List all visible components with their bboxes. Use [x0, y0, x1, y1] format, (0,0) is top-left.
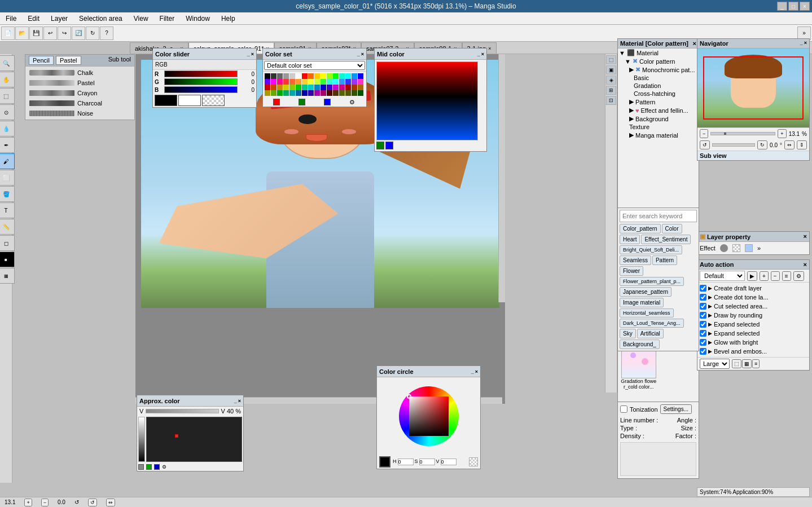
action-run-btn[interactable]: ▶ [747, 271, 757, 281]
color-cell[interactable] [283, 90, 289, 96]
color-cell[interactable] [302, 85, 308, 90]
color-cell[interactable] [358, 85, 363, 90]
color-cell[interactable] [333, 79, 339, 85]
tree-gradation[interactable]: Gradation [618, 82, 699, 90]
color-cell[interactable] [314, 90, 320, 96]
color-circle-minimize[interactable]: _ [471, 369, 474, 374]
background-color[interactable] [178, 95, 201, 106]
color-cell[interactable] [358, 73, 363, 79]
tag-seamless[interactable]: Seamless [620, 255, 651, 265]
tool-fill[interactable]: 🪣 [0, 186, 15, 202]
tree-color-pattern[interactable]: ▼ ✖ Color pattern [618, 57, 699, 65]
color-cell[interactable] [333, 90, 339, 96]
window-controls[interactable]: _ □ × [777, 2, 810, 11]
action-create-draft[interactable]: ▶ Create draft layer [699, 284, 808, 293]
color-cell[interactable] [321, 79, 326, 85]
effect-toggle[interactable] [720, 244, 728, 252]
menu-edit[interactable]: Edit [24, 14, 43, 24]
action-draw-rounding[interactable]: ▶ Draw by rounding [699, 311, 808, 320]
nav-minimize[interactable]: _ [800, 40, 803, 47]
tag-horizontal[interactable]: Horizontal_seamless [620, 308, 674, 318]
brush-pastel[interactable]: Pastel [27, 78, 133, 88]
approx-close[interactable]: × [238, 398, 241, 404]
foreground-color[interactable] [155, 95, 177, 106]
color-cell[interactable] [265, 73, 270, 79]
tree-basic[interactable]: Basic [618, 74, 699, 82]
color-cell[interactable] [327, 85, 332, 90]
action-expand-glow[interactable]: ▶ [708, 340, 712, 345]
color-circle-close[interactable]: × [475, 369, 478, 374]
mid-color-gradient[interactable] [376, 61, 478, 140]
approx-v-slider[interactable] [138, 417, 145, 462]
hue-input[interactable] [398, 458, 414, 465]
auto-action-close[interactable]: × [804, 261, 807, 268]
undo-btn[interactable]: ↩ [43, 27, 57, 40]
tool-lasso[interactable]: ⊙ [0, 104, 15, 120]
color-cell[interactable] [265, 85, 270, 90]
tool-brush[interactable]: 🖌 [0, 153, 15, 169]
color-cell[interactable] [345, 73, 351, 79]
rotate-left-btn[interactable]: ↺ [700, 140, 710, 149]
right-icon-3[interactable]: ◈ [606, 76, 616, 85]
tag-sky[interactable]: Sky [620, 329, 636, 338]
color-cell[interactable] [314, 73, 320, 79]
right-icon-2[interactable]: ▣ [606, 65, 616, 74]
menu-window[interactable]: Window [182, 14, 213, 24]
action-check-tone[interactable] [700, 294, 706, 301]
color-cell[interactable] [327, 73, 332, 79]
color-cell[interactable] [314, 85, 320, 90]
help-btn[interactable]: ? [100, 27, 113, 40]
action-create-tone[interactable]: ▶ Create dot tone la... [699, 293, 808, 302]
expand-btn[interactable]: » [797, 27, 811, 40]
zoom-slider[interactable] [710, 132, 775, 135]
effect-pattern-btn[interactable] [732, 244, 740, 252]
save-btn[interactable]: 💾 [29, 27, 43, 40]
tree-crosshatch[interactable]: Cross-hatching [618, 90, 699, 98]
sat-input[interactable] [419, 458, 435, 465]
color-cell[interactable] [302, 79, 308, 85]
status-zoom-in[interactable]: + [24, 499, 32, 506]
zoom-in-btn[interactable]: + [778, 129, 786, 138]
green-slider[interactable] [164, 78, 238, 85]
color-cell[interactable] [308, 85, 314, 90]
close-button[interactable]: × [800, 2, 810, 11]
brush-crayon[interactable]: Crayon [27, 88, 133, 98]
color-cell[interactable] [283, 79, 289, 85]
color-cell[interactable] [302, 90, 308, 96]
brush-noise[interactable]: Noise [27, 108, 133, 118]
brush-chalk[interactable]: Chalk [27, 68, 133, 78]
color-set-minimize[interactable]: _ [357, 51, 360, 57]
color-cell[interactable] [308, 79, 314, 85]
color-set-close[interactable]: × [361, 51, 364, 57]
action-delete-btn[interactable]: − [771, 271, 780, 281]
rotate-slider[interactable] [712, 143, 755, 147]
color-slider-close[interactable]: × [251, 51, 254, 57]
tag-flower[interactable]: Flower [620, 266, 643, 276]
color-cell[interactable] [289, 79, 295, 85]
menu-layer[interactable]: Layer [47, 14, 71, 24]
circle-transparent[interactable] [469, 457, 478, 466]
redo-btn[interactable]: ↪ [58, 27, 71, 40]
tool-eraser[interactable]: ⬜ [0, 170, 15, 186]
color-cell[interactable] [289, 90, 295, 96]
canvas-vscroll[interactable] [498, 54, 505, 302]
tool-text[interactable]: T [0, 202, 15, 218]
effect-color-btn[interactable] [745, 244, 753, 252]
action-set-dropdown[interactable]: Default [700, 271, 745, 281]
color-cell[interactable] [321, 85, 326, 90]
action-check-glow[interactable] [700, 339, 706, 346]
action-expand-cut[interactable]: ▶ [708, 303, 712, 309]
color-cell[interactable] [308, 90, 314, 96]
tag-effect-sentiment[interactable]: Effect_Sentiment [641, 235, 691, 244]
color-cell[interactable] [358, 90, 363, 96]
color-set-dropdown[interactable]: Default color set [264, 61, 365, 70]
tag-artificial[interactable]: Artificial [637, 329, 664, 338]
tag-flower-pattern[interactable]: Flower_pattern_plant_p... [620, 277, 684, 286]
tree-material[interactable]: ▼ ⬛ Material [618, 49, 699, 57]
color-cell[interactable] [289, 73, 295, 79]
action-expand-expand1[interactable]: ▶ [708, 321, 712, 327]
mid-color-minimize[interactable]: _ [477, 51, 480, 57]
action-new-btn[interactable]: + [760, 271, 769, 281]
tag-heart[interactable]: Heart [620, 235, 640, 244]
color-cell[interactable] [327, 90, 332, 96]
